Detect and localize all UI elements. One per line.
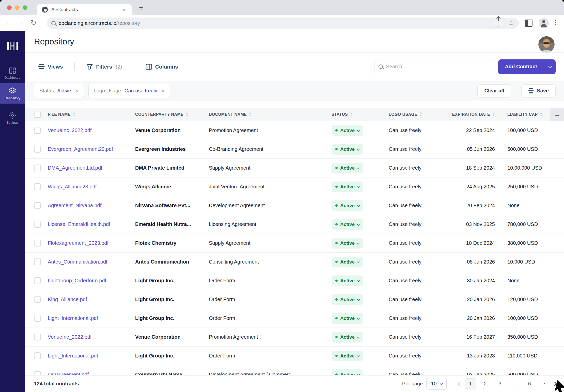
file-link[interactable]: Agreement_Nirvana.pdf: [48, 203, 101, 208]
document-name-cell: Order Form: [200, 347, 322, 365]
row-checkbox[interactable]: [34, 146, 41, 153]
prev-page-icon[interactable]: [458, 382, 462, 386]
file-link[interactable]: DMA_AgreementLtd.pdf: [48, 165, 102, 171]
share-icon[interactable]: [496, 20, 501, 26]
scroll-right-button[interactable]: →: [550, 108, 564, 121]
row-checkbox[interactable]: [34, 221, 41, 228]
status-badge[interactable]: Active: [332, 294, 363, 305]
select-all-checkbox-cell[interactable]: [25, 108, 41, 121]
row-checkbox[interactable]: [34, 240, 41, 247]
sidebar-item-dashboard[interactable]: Dashboard: [0, 63, 25, 83]
back-icon[interactable]: ←: [5, 19, 12, 27]
liability-cap-cell: 250,000 USD: [497, 177, 550, 196]
add-contract-dropdown[interactable]: [544, 59, 556, 74]
sidebar: Dashboard Repository Settings: [0, 31, 25, 392]
sidebar-item-repository[interactable]: Repository: [0, 83, 25, 104]
search-input[interactable]: [386, 64, 491, 70]
sidebar-item-label: Dashboard: [4, 76, 21, 79]
liability-cap-cell: 10,000 USD: [497, 253, 550, 271]
row-checkbox[interactable]: [34, 334, 41, 340]
page-ellipsis: ...: [509, 378, 520, 389]
column-header-counterparty[interactable]: COUNTERPARTY NAME: [127, 108, 200, 121]
row-checkbox[interactable]: [34, 127, 41, 134]
select-all-checkbox[interactable]: [34, 111, 41, 118]
user-avatar[interactable]: [538, 36, 555, 53]
file-link[interactable]: VenueInc_2022.pdf: [48, 334, 91, 340]
row-checkbox[interactable]: [34, 202, 41, 209]
clear-all-button[interactable]: Clear all: [477, 84, 511, 97]
file-link[interactable]: License_EmeraldHealth.pdf: [48, 221, 110, 227]
status-badge[interactable]: Active: [332, 369, 363, 375]
browser-menu-icon[interactable]: [555, 20, 556, 25]
minimize-window-button[interactable]: [15, 5, 20, 10]
page-button[interactable]: 7: [539, 378, 550, 389]
new-tab-button[interactable]: +: [139, 4, 144, 12]
status-badge[interactable]: Active: [332, 219, 363, 230]
close-window-button[interactable]: [7, 5, 12, 10]
expiration-date-cell: 05 Jun 2026: [436, 140, 497, 158]
column-header-status[interactable]: STATUS: [322, 108, 378, 121]
column-header-logo-usage[interactable]: LOGO USAGE: [378, 108, 436, 121]
page-button[interactable]: 2: [480, 378, 491, 389]
status-badge[interactable]: Active: [332, 238, 363, 249]
status-badge[interactable]: Active: [332, 332, 363, 342]
sidebar-item-settings[interactable]: Settings: [0, 108, 25, 128]
chip-close-icon[interactable]: ×: [75, 88, 79, 94]
file-link[interactable]: Wings_Alliance23.pdf: [48, 184, 97, 190]
file-link[interactable]: Light_International.pdf: [48, 353, 98, 359]
file-name-cell: DMA_AgreementLtd.pdf: [41, 159, 127, 177]
row-checkbox[interactable]: [34, 277, 41, 284]
per-page-select[interactable]: 10: [426, 378, 447, 390]
file-link[interactable]: VenueInc_2022.pdf: [48, 127, 91, 133]
filter-chip-logo-usage[interactable]: Logo Usage: Can use freely ×: [88, 84, 170, 98]
browser-profile-avatar[interactable]: [539, 18, 549, 28]
forward-icon[interactable]: →: [17, 19, 24, 27]
column-header-document[interactable]: DOCUMENT NAME: [200, 108, 322, 121]
search-box[interactable]: [374, 59, 495, 74]
status-badge[interactable]: Active: [332, 275, 363, 286]
status-badge[interactable]: Active: [332, 144, 363, 155]
row-checkbox[interactable]: [34, 371, 41, 375]
column-header-liability[interactable]: LIABILITY CAP: [497, 108, 550, 121]
column-header-file-name[interactable]: FILE NAME: [41, 108, 127, 121]
tab-close-icon[interactable]: ×: [121, 6, 127, 13]
status-badge[interactable]: Active: [332, 163, 363, 173]
row-checkbox[interactable]: [34, 258, 41, 265]
reload-icon[interactable]: ↻: [30, 19, 36, 27]
page-button[interactable]: 6: [524, 378, 535, 389]
page-button[interactable]: 1: [465, 378, 476, 389]
file-link[interactable]: Antes_Communication.pdf: [48, 259, 107, 265]
views-button[interactable]: Views: [38, 64, 63, 70]
page-button[interactable]: 3: [494, 378, 506, 389]
status-badge[interactable]: Active: [332, 257, 363, 267]
file-link[interactable]: devagreement.pdf: [48, 372, 89, 375]
add-contract-button[interactable]: Add Contract: [498, 59, 556, 74]
filters-button[interactable]: Filters (2): [86, 63, 122, 70]
status-badge[interactable]: Active: [332, 182, 363, 192]
maximize-window-button[interactable]: [23, 5, 27, 10]
column-header-expiration[interactable]: EXPIRATION DATE: [436, 108, 497, 121]
row-checkbox[interactable]: [34, 315, 41, 322]
file-link[interactable]: King_Alliance.pdf: [48, 297, 87, 302]
browser-tab[interactable]: AirContracts ×: [37, 4, 132, 15]
status-badge[interactable]: Active: [332, 313, 363, 324]
row-checkbox[interactable]: [34, 296, 41, 303]
file-link[interactable]: Light_International.pdf: [48, 315, 98, 321]
save-view-button[interactable]: Save: [521, 84, 556, 97]
row-checkbox[interactable]: [34, 352, 41, 359]
filter-chip-status[interactable]: Status: Active ×: [34, 84, 84, 98]
columns-button[interactable]: Columns: [146, 64, 178, 70]
row-checkbox[interactable]: [34, 165, 41, 171]
file-link[interactable]: Evergreen_Agreement20.pdf: [48, 146, 113, 152]
address-bar[interactable]: doclanding.aircontracts.io/repository ☆: [47, 18, 519, 29]
logo-usage-cell: Can use freely: [378, 271, 436, 290]
status-badge[interactable]: Active: [332, 200, 363, 211]
file-link[interactable]: Lightgroup_Orderform.pdf: [48, 278, 106, 284]
status-badge[interactable]: Active: [332, 351, 363, 361]
file-link[interactable]: Flotexagreement_2023.pdf: [48, 240, 108, 246]
chip-close-icon[interactable]: ×: [161, 88, 165, 94]
side-panel-icon[interactable]: [525, 20, 532, 27]
bookmark-star-icon[interactable]: ☆: [508, 20, 514, 27]
row-checkbox[interactable]: [34, 183, 41, 190]
status-badge[interactable]: Active: [332, 125, 363, 136]
